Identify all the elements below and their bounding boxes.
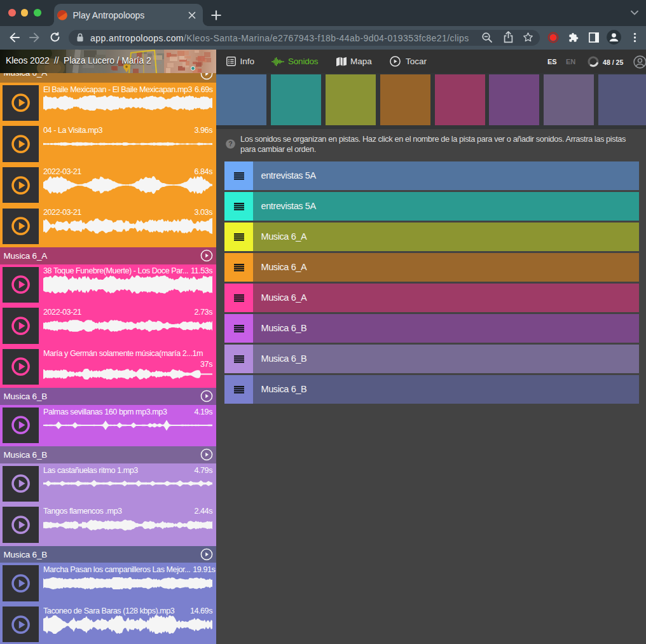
svg-text:?: ? <box>228 140 232 147</box>
